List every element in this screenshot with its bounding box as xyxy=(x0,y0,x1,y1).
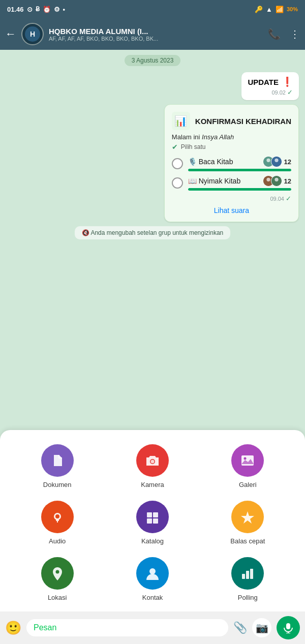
svg-point-13 xyxy=(244,457,247,460)
svg-rect-27 xyxy=(246,571,249,579)
svg-point-11 xyxy=(150,460,154,464)
option-1-row: 🎙️ Baca Kitab 12 xyxy=(188,156,291,167)
svg-point-16 xyxy=(55,514,59,518)
lihat-suara-button[interactable]: Lihat suara xyxy=(172,206,291,214)
menu-item-balas-cepat[interactable]: Balas cepat xyxy=(203,501,293,545)
input-actions: 📎 📷 xyxy=(233,616,300,639)
svg-point-5 xyxy=(274,159,278,162)
svg-point-3 xyxy=(266,159,270,162)
battery-indicator: 30% xyxy=(287,6,298,12)
option-1-count: 12 xyxy=(284,158,291,166)
kamera-label: Kamera xyxy=(141,481,164,488)
poll-check-icon: ✔ xyxy=(172,143,178,151)
header-actions: 📞 ⋮ xyxy=(268,28,300,40)
mic-button[interactable] xyxy=(277,616,300,639)
mini-avatars-2 xyxy=(263,175,282,187)
menu-item-galeri[interactable]: Galeri xyxy=(203,444,293,488)
chat-header: ← H HQBKO MEDIA ALUMNI (I... AF, AF, AF,… xyxy=(0,18,305,50)
progress-fill-2 xyxy=(188,188,291,191)
message-input-placeholder: Pesan xyxy=(34,623,56,632)
svg-rect-20 xyxy=(153,512,158,517)
settings-icon: ⚙ xyxy=(54,6,60,13)
balas-cepat-circle xyxy=(231,501,264,533)
lokasi-label: Lokasi xyxy=(48,594,67,601)
katalog-circle xyxy=(136,501,169,533)
poll-option-1[interactable]: 🎙️ Baca Kitab 12 xyxy=(172,156,291,171)
status-right: 🔑 ▲ 📶 30% xyxy=(255,6,298,13)
poll-option-2[interactable]: 📖 Nyimak Kitab 12 xyxy=(172,175,291,191)
emoji-button[interactable]: 🙂 xyxy=(5,620,21,636)
message-input-field[interactable]: Pesan xyxy=(26,619,228,636)
svg-rect-26 xyxy=(242,574,245,579)
status-time: 01.46 xyxy=(7,6,24,13)
input-bar: 🙂 Pesan 📎 📷 xyxy=(0,611,305,644)
more-options-button[interactable]: ⋮ xyxy=(290,28,300,40)
call-button[interactable]: 📞 xyxy=(268,28,281,40)
katalog-label: Katalog xyxy=(141,537,164,545)
option-2-row: 📖 Nyimak Kitab 12 xyxy=(188,175,291,187)
kontak-label: Kontak xyxy=(142,594,163,601)
group-info[interactable]: HQBKO MEDIA ALUMNI (I... AF, AF, AF, AF,… xyxy=(49,27,263,42)
svg-point-9 xyxy=(274,178,278,181)
menu-item-lokasi[interactable]: Lokasi xyxy=(12,557,102,601)
option-2-content: 📖 Nyimak Kitab 12 xyxy=(188,175,291,191)
progress-bar-1 xyxy=(188,169,291,171)
option-1-avatars: 12 xyxy=(263,156,291,167)
option-2-count: 12 xyxy=(284,177,291,185)
svg-text:H: H xyxy=(30,30,35,38)
group-subtitle: AF, AF, AF, AF, BKO, BKO, BKO, BKO, BK..… xyxy=(49,36,263,42)
polling-label: Polling xyxy=(238,594,258,601)
svg-marker-23 xyxy=(241,511,254,524)
kontak-circle xyxy=(136,557,169,590)
attachment-button[interactable]: 📎 xyxy=(233,621,247,634)
poll-icon: 📊 xyxy=(172,112,190,130)
svg-rect-22 xyxy=(153,518,158,524)
progress-bar-2 xyxy=(188,188,291,191)
menu-item-dokumen[interactable]: Dokumen xyxy=(12,444,102,488)
poll-title: KONFIRMASI KEHADIRAN xyxy=(195,117,291,126)
attachment-menu-grid: Dokumen Kamera Galeri xyxy=(12,444,293,601)
check-icon: ✓ xyxy=(287,88,293,96)
wifi-icon: ▲ xyxy=(266,6,272,13)
update-label: UPDATE ❗ xyxy=(248,76,293,87)
poll-subtitle: Malam ini Insya Allah xyxy=(172,133,291,141)
poll-check-mark: ✓ xyxy=(286,195,291,202)
audio-label: Audio xyxy=(49,537,66,545)
galeri-circle xyxy=(231,444,264,477)
menu-item-kamera[interactable]: Kamera xyxy=(107,444,197,488)
status-left: 01.46 ⊙ Ƀ ⏰ ⚙ • xyxy=(7,6,65,13)
svg-rect-19 xyxy=(147,512,152,517)
signal-icon: 📶 xyxy=(276,6,284,13)
progress-fill-1 xyxy=(188,169,291,171)
back-button[interactable]: ← xyxy=(5,27,16,41)
option-1-emoji: 🎙️ xyxy=(188,158,199,166)
alarm-icon: ⏰ xyxy=(43,6,51,13)
option-2-emoji: 📖 xyxy=(188,177,199,185)
radio-2[interactable] xyxy=(172,177,183,189)
menu-item-katalog[interactable]: Katalog xyxy=(107,501,197,545)
option-2-avatars: 12 xyxy=(263,175,291,187)
radio-1[interactable] xyxy=(172,158,183,169)
menu-item-kontak[interactable]: Kontak xyxy=(107,557,197,601)
mini-avatar-2b xyxy=(271,175,282,187)
system-message: 🔇 Anda mengubah setelan grup untuk mengi… xyxy=(75,226,231,239)
polling-circle xyxy=(231,557,264,590)
lokasi-circle xyxy=(41,557,74,590)
group-avatar: H xyxy=(21,23,44,45)
status-bar: 01.46 ⊙ Ƀ ⏰ ⚙ • 🔑 ▲ 📶 30% xyxy=(0,0,305,18)
whatsapp-icon: ⊙ xyxy=(27,6,33,13)
exclamation-icon: ❗ xyxy=(282,76,293,87)
group-title: HQBKO MEDIA ALUMNI (I... xyxy=(49,27,263,36)
svg-rect-21 xyxy=(147,518,152,524)
option-1-content: 🎙️ Baca Kitab 12 xyxy=(188,156,291,171)
update-message: UPDATE ❗ 09.02 ✓ xyxy=(241,72,299,100)
dokumen-label: Dokumen xyxy=(43,481,72,488)
dokumen-circle xyxy=(41,444,74,477)
date-bubble: 3 Agustus 2023 xyxy=(125,55,181,66)
poll-header: 📊 KONFIRMASI KEHADIRAN xyxy=(172,112,291,130)
menu-item-polling[interactable]: Polling xyxy=(203,557,293,601)
menu-item-audio[interactable]: Audio xyxy=(12,501,102,545)
poll-time: 09.04 ✓ xyxy=(172,195,291,202)
option-1-label: 🎙️ Baca Kitab xyxy=(188,158,233,166)
camera-input-button[interactable]: 📷 xyxy=(252,618,271,637)
